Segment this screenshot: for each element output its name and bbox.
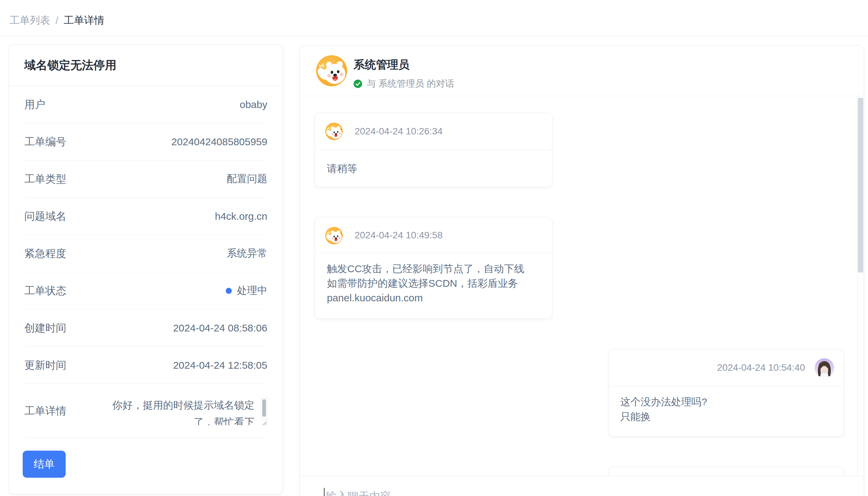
field-label: 紧急程度 — [25, 247, 66, 261]
text-caret — [324, 488, 324, 496]
textarea-scrollbar-thumb[interactable] — [262, 399, 266, 417]
ticket-detail-page: 工单列表 / 工单详情 域名锁定无法停用 用户 obaby 工单编号 20240… — [0, 0, 868, 496]
field-value: 20240424085805959 — [171, 136, 267, 148]
field-value: 2024-04-24 12:58:05 — [173, 359, 267, 371]
ticket-row-created: 创建时间 2024-04-24 08:58:06 — [25, 309, 267, 347]
ticket-row-urgency: 紧急程度 系统异常 — [25, 235, 267, 272]
breadcrumb-separator: / — [55, 15, 58, 27]
breadcrumb-ticket-list-link[interactable]: 工单列表 — [10, 14, 50, 28]
field-label: 工单状态 — [25, 284, 66, 298]
header-divider — [0, 36, 868, 36]
field-label: 工单类型 — [25, 172, 66, 186]
chat-message-list: 2024-04-24 10:26:34 请稍等 2024-04-24 10:49… — [300, 96, 864, 476]
field-value: obaby — [240, 99, 267, 110]
field-value: h4ck.org.cn — [215, 211, 267, 222]
ticket-info-card: 域名锁定无法停用 用户 obaby 工单编号 20240424085805959… — [9, 44, 283, 494]
breadcrumb: 工单列表 / 工单详情 — [10, 14, 104, 28]
chat-message-user: 2024-04-24 10:54:40 这个没办法处理吗? 只能换 — [609, 349, 843, 436]
message-body: 触发CC攻击，已经影响到节点了，自动下线 如需带防护的建议选择SCDN，括彩盾业… — [315, 253, 552, 305]
message-line: panel.kuocaidun.com — [327, 291, 540, 305]
field-label: 更新时间 — [25, 358, 66, 372]
chat-subtitle: 与 系统管理员 的对话 — [367, 78, 454, 90]
field-value: 2024-04-24 08:58:06 — [173, 322, 267, 334]
detail-line: 你好，挺用的时候提示域名锁定 — [110, 397, 267, 414]
chat-subtitle-row: 与 系统管理员 的对话 — [354, 78, 454, 90]
ticket-title-block: 域名锁定无法停用 — [9, 45, 283, 86]
textarea-resize-handle[interactable] — [261, 420, 267, 425]
chat-card: 系统管理员 与 系统管理员 的对话 2024-04-24 10:26:34 请稍… — [300, 45, 864, 496]
chat-header: 系统管理员 与 系统管理员 的对话 — [300, 46, 864, 96]
field-label: 创建时间 — [25, 321, 66, 335]
chat-input[interactable]: 输入聊天内容 — [300, 476, 864, 496]
textarea-scrollbar[interactable] — [261, 398, 267, 420]
message-line: 只能换 — [620, 409, 832, 424]
field-value: 系统异常 — [227, 247, 267, 260]
status-badge: 处理中 — [226, 284, 267, 298]
chat-scrollbar[interactable] — [857, 96, 864, 476]
field-label: 用户 — [25, 97, 45, 112]
ticket-row-number: 工单编号 20240424085805959 — [25, 123, 267, 160]
ticket-row-type: 工单类型 配置问题 — [25, 160, 267, 198]
chat-message-admin: 2024-04-24 10:26:34 请稍等 — [315, 113, 552, 187]
message-body: 这个没办法处理吗? 只能换 — [609, 386, 843, 424]
message-line: 如需带防护的建议选择SCDN，括彩盾业务 — [327, 276, 540, 291]
message-timestamp: 2024-04-24 10:26:34 — [355, 113, 443, 150]
admin-avatar-icon — [325, 123, 343, 140]
ticket-title: 域名锁定无法停用 — [25, 58, 116, 73]
message-timestamp: 2024-04-24 10:49:58 — [355, 217, 443, 253]
field-label: 工单详情 — [25, 404, 66, 418]
admin-avatar-icon — [316, 55, 347, 86]
chat-message-admin: 2024-04-24 10:49:58 触发CC攻击，已经影响到节点了，自动下线… — [315, 217, 552, 319]
chat-message-user-partial — [609, 467, 843, 476]
ticket-row-updated: 更新时间 2024-04-24 12:58:05 — [25, 347, 267, 384]
chat-input-placeholder: 输入聊天内容 — [326, 489, 391, 496]
message-header: 2024-04-24 10:54:40 — [609, 350, 843, 386]
breadcrumb-current: 工单详情 — [64, 14, 104, 28]
user-avatar-icon — [815, 358, 834, 378]
ticket-row-domain: 问题域名 h4ck.org.cn — [25, 198, 267, 235]
message-header: 2024-04-24 10:26:34 — [315, 113, 552, 150]
field-label: 问题域名 — [25, 209, 66, 223]
green-check-icon — [354, 80, 362, 88]
ticket-row-detail: 工单详情 你好，挺用的时候提示域名锁定 了，帮忙看下 — [25, 384, 267, 438]
field-label: 工单编号 — [25, 135, 66, 149]
message-header: 2024-04-24 10:49:58 — [315, 217, 552, 253]
chat-peer-name: 系统管理员 — [354, 57, 409, 73]
field-value: 配置问题 — [227, 172, 267, 186]
ticket-detail-textarea[interactable]: 你好，挺用的时候提示域名锁定 了，帮忙看下 — [110, 397, 267, 425]
message-body: 请稍等 — [315, 150, 552, 187]
ticket-row-user: 用户 obaby — [25, 86, 267, 123]
message-line: 触发CC攻击，已经影响到节点了，自动下线 — [327, 261, 540, 276]
message-line: 这个没办法处理吗? — [620, 394, 832, 409]
status-text: 处理中 — [237, 284, 267, 298]
ticket-row-status: 工单状态 处理中 — [25, 272, 267, 309]
message-line: 请稍等 — [327, 162, 357, 176]
message-header — [609, 467, 843, 476]
status-dot-icon — [226, 288, 232, 294]
message-timestamp: 2024-04-24 10:54:40 — [717, 350, 805, 386]
ticket-footer: 结单 — [9, 438, 283, 478]
detail-line: 了，帮忙看下 — [110, 414, 267, 425]
admin-avatar-icon — [325, 227, 343, 245]
close-ticket-button[interactable]: 结单 — [23, 451, 66, 478]
chat-scrollbar-thumb[interactable] — [858, 98, 863, 273]
